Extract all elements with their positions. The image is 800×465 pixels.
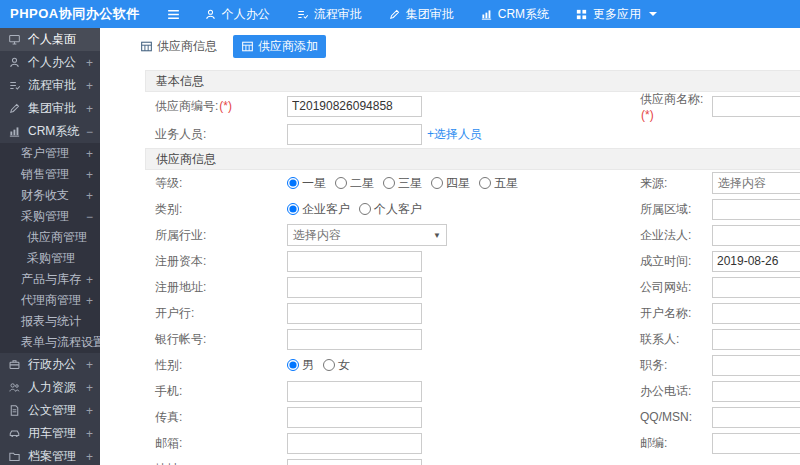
required-marker: (*) — [219, 99, 232, 113]
sidebar-item-sales-mgmt[interactable]: 销售管理+ — [0, 164, 100, 185]
sidebar-item-admin-office[interactable]: 行政办公+ — [0, 353, 100, 376]
sidebar-item-label: CRM系统 — [28, 123, 79, 140]
topnav-item-group-approval[interactable]: 集团审批 — [375, 0, 467, 28]
gender-option[interactable]: 男 — [287, 357, 314, 374]
position-label: 职务: — [640, 357, 712, 374]
established-date-input[interactable] — [712, 251, 800, 272]
folder-icon — [8, 450, 23, 463]
registered-capital-input[interactable] — [287, 251, 422, 272]
qq-msn-input[interactable] — [712, 407, 800, 428]
level-option[interactable]: 五星 — [479, 175, 518, 192]
industry-select[interactable]: 选择内容▼ — [287, 224, 447, 246]
supplier-code-input[interactable] — [287, 96, 422, 117]
level-radio[interactable] — [287, 177, 299, 189]
form-row: 银行帐号:联系人: — [145, 326, 800, 352]
expand-plus-icon[interactable]: + — [86, 450, 93, 464]
fax-input[interactable] — [287, 407, 422, 428]
sidebar-item-customer-mgmt[interactable]: 客户管理+ — [0, 143, 100, 164]
radio-label: 五星 — [494, 175, 518, 192]
account-name-input[interactable] — [712, 303, 800, 324]
bank-account-input[interactable] — [287, 329, 422, 350]
topnav-item-process-approval[interactable]: 流程审批 — [283, 0, 375, 28]
legal-person-input[interactable] — [712, 225, 800, 246]
contact-input[interactable] — [712, 329, 800, 350]
mobile-input[interactable] — [287, 381, 422, 402]
level-radio[interactable] — [335, 177, 347, 189]
registered-address-input[interactable] — [287, 277, 422, 298]
sidebar-item-procurement-mgmt[interactable]: 采购管理− — [0, 206, 100, 227]
tab-supplier-info[interactable]: 供应商信息 — [132, 35, 225, 58]
sidebar-item-supplier-mgmt[interactable]: 供应商管理 — [0, 227, 100, 248]
expand-plus-icon[interactable]: + — [86, 189, 93, 203]
office-phone-input[interactable] — [712, 381, 800, 402]
category-option[interactable]: 企业客户 — [287, 201, 350, 218]
people-icon — [8, 381, 23, 394]
collapse-minus-icon[interactable]: − — [86, 210, 93, 224]
category-option[interactable]: 个人客户 — [359, 201, 422, 218]
gender-radio[interactable] — [323, 359, 335, 371]
source-field: 选择内容▼ — [712, 172, 800, 194]
expand-plus-icon[interactable]: + — [86, 102, 93, 116]
level-option[interactable]: 一星 — [287, 175, 326, 192]
gender-option[interactable]: 女 — [323, 357, 350, 374]
select-person-link[interactable]: +选择人员 — [427, 126, 482, 143]
supplier-name-input[interactable] — [712, 96, 800, 117]
email-input[interactable] — [287, 433, 422, 454]
address-input[interactable] — [287, 459, 422, 465]
topnav-item-personal-office[interactable]: 个人办公 — [191, 0, 283, 28]
expand-plus-icon[interactable]: + — [86, 168, 93, 182]
registered-capital-field — [287, 251, 640, 272]
level-option[interactable]: 三星 — [383, 175, 422, 192]
expand-plus-icon[interactable]: + — [86, 404, 93, 418]
bank-input[interactable] — [287, 303, 422, 324]
sidebar-item-agent-mgmt[interactable]: 代理商管理+ — [0, 290, 100, 311]
expand-plus-icon[interactable]: + — [86, 79, 93, 93]
category-radio[interactable] — [359, 203, 371, 215]
topnav-item-crm-system[interactable]: CRM系统 — [467, 0, 562, 28]
level-option[interactable]: 四星 — [431, 175, 470, 192]
sidebar-item-process-approval[interactable]: 流程审批+ — [0, 74, 100, 97]
level-option[interactable]: 二星 — [335, 175, 374, 192]
sidebar-item-reports-stats[interactable]: 报表与统计 — [0, 311, 100, 332]
expand-plus-icon[interactable]: + — [86, 147, 93, 161]
sidebar-item-human-resources[interactable]: 人力资源+ — [0, 376, 100, 399]
sidebar-item-finance-io[interactable]: 财务收支+ — [0, 185, 100, 206]
level-radio[interactable] — [383, 177, 395, 189]
level-radio[interactable] — [431, 177, 443, 189]
expand-plus-icon[interactable]: + — [86, 381, 93, 395]
topnav-item-more-apps[interactable]: 更多应用 — [562, 0, 670, 28]
expand-plus-icon[interactable]: + — [86, 273, 93, 287]
level-radio-group: 一星二星三星四星五星 — [287, 175, 527, 192]
sidebar-item-purchase-mgmt[interactable]: 采购管理 — [0, 248, 100, 269]
expand-plus-icon[interactable]: + — [86, 294, 93, 308]
edit-icon — [388, 8, 401, 21]
sidebar-item-personal-desktop[interactable]: 个人桌面 — [0, 28, 100, 51]
level-radio[interactable] — [479, 177, 491, 189]
sidebar-item-vehicle-mgmt[interactable]: 用车管理+ — [0, 422, 100, 445]
hamburger-menu-icon[interactable] — [156, 0, 191, 28]
sidebar-item-archive-mgmt[interactable]: 档案管理+ — [0, 445, 100, 465]
business-person-input[interactable] — [287, 124, 422, 145]
expand-plus-icon[interactable]: + — [86, 427, 93, 441]
sidebar-item-product-inventory[interactable]: 产品与库存+ — [0, 269, 100, 290]
sidebar-item-crm-system[interactable]: CRM系统− — [0, 120, 100, 143]
collapse-minus-icon[interactable]: − — [86, 125, 93, 139]
expand-plus-icon[interactable]: + — [86, 358, 93, 372]
source-select[interactable]: 选择内容▼ — [712, 172, 800, 194]
expand-plus-icon[interactable]: + — [86, 56, 93, 70]
tab-supplier-add[interactable]: 供应商添加 — [233, 35, 326, 58]
office-phone-field — [712, 381, 800, 402]
gender-radio[interactable] — [287, 359, 299, 371]
sidebar-item-form-process-settings[interactable]: 表单与流程设置+ — [0, 332, 100, 353]
postcode-input[interactable] — [712, 433, 800, 454]
position-input[interactable] — [712, 355, 800, 376]
desktop-icon — [8, 33, 23, 46]
region-input[interactable] — [712, 199, 800, 220]
tab-label: 供应商信息 — [157, 38, 217, 55]
sidebar-item-document-mgmt[interactable]: 公文管理+ — [0, 399, 100, 422]
sidebar-item-label: 代理商管理 — [21, 292, 81, 309]
category-radio[interactable] — [287, 203, 299, 215]
sidebar-item-personal-office[interactable]: 个人办公+ — [0, 51, 100, 74]
website-input[interactable] — [712, 277, 800, 298]
sidebar-item-group-approval[interactable]: 集团审批+ — [0, 97, 100, 120]
